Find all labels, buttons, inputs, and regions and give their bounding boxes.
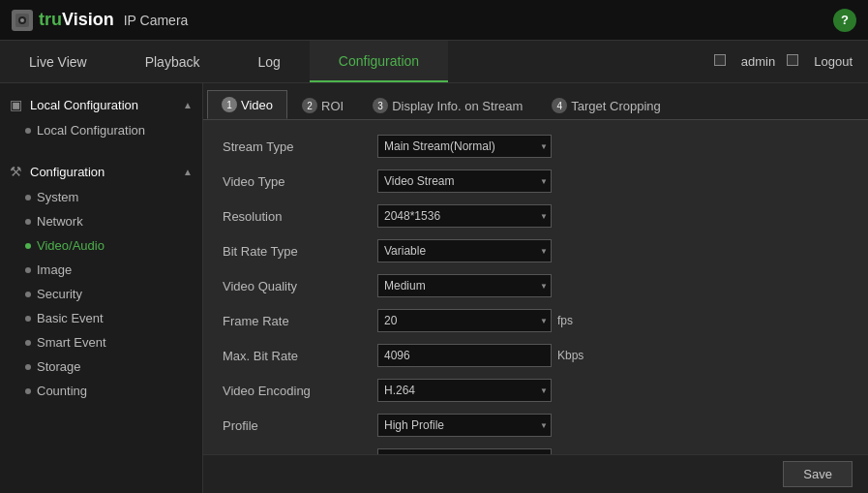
label-frame-rate: Frame Rate xyxy=(223,314,377,328)
svg-point-2 xyxy=(20,18,24,22)
content-area: 1 Video 2 ROI 3 Display Info. on Stream … xyxy=(203,83,868,493)
control-stream-type: Main Stream(Normal) Sub Stream Third Str… xyxy=(377,135,552,158)
sidebar-header-config[interactable]: ⚒ Configuration ▲ xyxy=(0,158,202,185)
sidebar-item-security[interactable]: Security xyxy=(0,282,202,306)
nav-logout[interactable]: Logout xyxy=(814,54,853,69)
tab-label-roi: ROI xyxy=(321,99,344,113)
select-wrapper-profile: High Profile Main Profile Baseline Profi… xyxy=(377,414,552,437)
sidebar-item-label: Storage xyxy=(37,359,81,374)
sidebar-item-label: Image xyxy=(37,262,72,277)
control-resolution: 2048*1536 1920*1080 1280*720 xyxy=(377,204,552,228)
field-video-quality: Video Quality Low Medium Low Medium Medi… xyxy=(223,273,849,298)
label-max-bit-rate: Max. Bit Rate xyxy=(223,349,377,363)
control-video-quality: Low Medium Low Medium Medium High High H… xyxy=(377,274,552,297)
dot-icon xyxy=(25,219,31,225)
select-video-encoding[interactable]: H.264 H.265 MJPEG xyxy=(377,379,552,402)
sidebar-item-smart-event[interactable]: Smart Event xyxy=(0,330,202,354)
unit-fps: fps xyxy=(557,314,573,327)
select-wrapper-bit-rate-type: Variable Constant xyxy=(377,239,552,262)
select-wrapper-stream-type: Main Stream(Normal) Sub Stream Third Str… xyxy=(377,135,552,158)
label-stream-type: Stream Type xyxy=(223,139,377,154)
select-video-type[interactable]: Video Stream Video & Audio xyxy=(377,169,552,193)
field-i-frame-interval: I Frame Interval xyxy=(223,447,849,454)
sidebar-item-label: Video/Audio xyxy=(37,238,105,253)
sidebar-item-label: Security xyxy=(37,287,82,301)
field-frame-rate: Frame Rate 20 25 30 15 fps xyxy=(223,308,849,333)
logo-brand: truVision xyxy=(39,10,114,30)
field-max-bit-rate: Max. Bit Rate Kbps xyxy=(223,343,849,368)
sidebar-item-counting[interactable]: Counting xyxy=(0,379,202,403)
monitor-icon: ▣ xyxy=(10,97,22,112)
nav-playback[interactable]: Playback xyxy=(116,41,229,82)
sidebar-item-label: Smart Event xyxy=(37,335,106,350)
logo-icon xyxy=(12,10,33,31)
sidebar-item-label: Counting xyxy=(37,384,87,398)
chevron-up-icon: ▲ xyxy=(183,100,193,110)
nav-live-view[interactable]: Live View xyxy=(0,41,116,82)
tab-target-cropping[interactable]: 4 Target Cropping xyxy=(537,91,675,119)
tab-bar: 1 Video 2 ROI 3 Display Info. on Stream … xyxy=(203,83,868,120)
sidebar-item-network[interactable]: Network xyxy=(0,209,202,233)
field-bit-rate-type: Bit Rate Type Variable Constant xyxy=(223,238,849,263)
select-video-quality[interactable]: Low Medium Low Medium Medium High High H… xyxy=(377,274,552,297)
nav-checkbox-logout xyxy=(787,54,802,69)
sidebar-section-label-local: Local Configuration xyxy=(30,98,138,112)
select-wrapper-video-type: Video Stream Video & Audio xyxy=(377,169,552,193)
control-frame-rate: 20 25 30 15 fps xyxy=(377,309,573,332)
dot-icon xyxy=(25,340,31,346)
label-resolution: Resolution xyxy=(223,209,377,224)
field-profile: Profile High Profile Main Profile Baseli… xyxy=(223,413,849,438)
header: truVision IP Camera ? xyxy=(0,0,868,41)
input-max-bit-rate[interactable] xyxy=(377,344,552,367)
tab-num-2: 2 xyxy=(302,98,317,113)
label-video-type: Video Type xyxy=(223,174,377,189)
dot-icon xyxy=(25,267,31,273)
select-wrapper-frame-rate: 20 25 30 15 xyxy=(377,309,552,332)
nav-checkbox-admin xyxy=(714,54,730,69)
field-video-encoding: Video Encoding H.264 H.265 MJPEG xyxy=(223,378,849,403)
select-resolution[interactable]: 2048*1536 1920*1080 1280*720 xyxy=(377,204,552,228)
sidebar-header-local[interactable]: ▣ Local Configuration ▲ xyxy=(0,91,202,118)
tab-display-info[interactable]: 3 Display Info. on Stream xyxy=(358,91,537,119)
sidebar-item-storage[interactable]: Storage xyxy=(0,354,202,379)
tab-roi[interactable]: 2 ROI xyxy=(287,91,358,119)
sidebar-item-system[interactable]: System xyxy=(0,185,202,209)
sidebar: ▣ Local Configuration ▲ Local Configurat… xyxy=(0,83,203,493)
tab-num-1: 1 xyxy=(222,97,237,112)
sidebar-item-label: Basic Event xyxy=(37,311,104,325)
nav-log[interactable]: Log xyxy=(228,41,309,82)
label-bit-rate-type: Bit Rate Type xyxy=(223,244,377,259)
tab-video[interactable]: 1 Video xyxy=(207,90,287,119)
select-wrapper-resolution: 2048*1536 1920*1080 1280*720 xyxy=(377,204,552,228)
field-resolution: Resolution 2048*1536 1920*1080 1280*720 xyxy=(223,203,849,229)
sidebar-section-label-config: Configuration xyxy=(30,165,105,179)
sidebar-item-label: Local Configuration xyxy=(37,123,145,138)
select-frame-rate[interactable]: 20 25 30 15 xyxy=(377,309,552,332)
sidebar-item-image[interactable]: Image xyxy=(0,258,202,282)
select-wrapper-video-encoding: H.264 H.265 MJPEG xyxy=(377,379,552,402)
dot-active-icon xyxy=(25,243,31,249)
nav-configuration[interactable]: Configuration xyxy=(310,41,448,82)
sidebar-item-video-audio[interactable]: Video/Audio xyxy=(0,233,202,258)
field-video-type: Video Type Video Stream Video & Audio xyxy=(223,169,849,194)
wrench-icon: ⚒ xyxy=(10,164,22,179)
help-button[interactable]: ? xyxy=(833,9,856,32)
select-stream-type[interactable]: Main Stream(Normal) Sub Stream Third Str… xyxy=(377,135,552,158)
select-profile[interactable]: High Profile Main Profile Baseline Profi… xyxy=(377,414,552,437)
select-bit-rate-type[interactable]: Variable Constant xyxy=(377,239,552,262)
unit-kbps: Kbps xyxy=(557,349,584,362)
tab-num-3: 3 xyxy=(373,98,388,113)
dot-icon xyxy=(25,128,31,134)
sidebar-item-label: Network xyxy=(37,214,83,229)
main-layout: ▣ Local Configuration ▲ Local Configurat… xyxy=(0,83,868,493)
dot-icon xyxy=(25,364,31,370)
dot-icon xyxy=(25,292,31,297)
save-button[interactable]: Save xyxy=(783,461,853,487)
chevron-up-icon-2: ▲ xyxy=(183,167,193,177)
sidebar-item-local-configuration[interactable]: Local Configuration xyxy=(0,118,202,142)
sidebar-item-basic-event[interactable]: Basic Event xyxy=(0,306,202,330)
nav-user-area: admin Logout xyxy=(714,54,868,69)
tab-label-display-info: Display Info. on Stream xyxy=(392,99,523,113)
sidebar-section-local: ▣ Local Configuration ▲ Local Configurat… xyxy=(0,83,202,150)
control-bit-rate-type: Variable Constant xyxy=(377,239,552,262)
